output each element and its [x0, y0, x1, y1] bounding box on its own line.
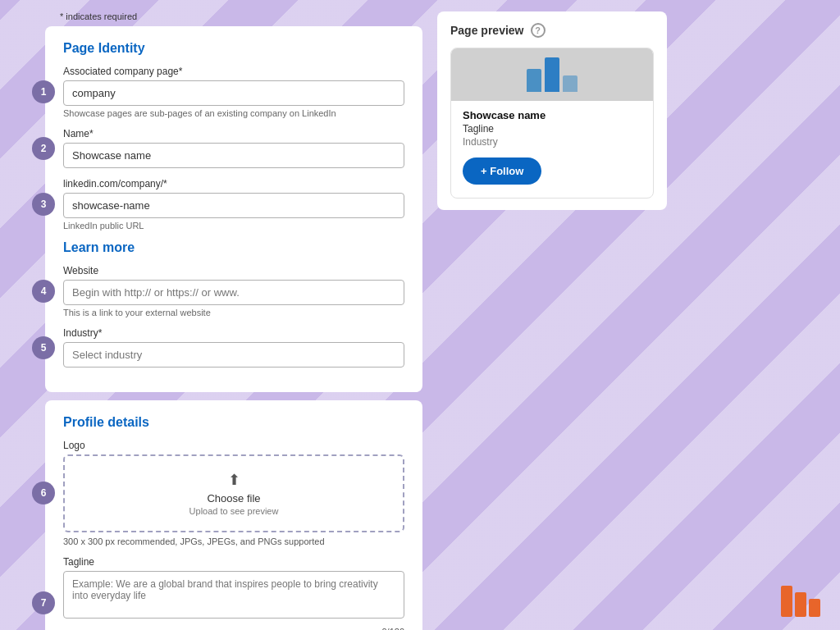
website-label: Website	[63, 265, 404, 276]
chart-bar-1	[527, 69, 541, 92]
page-identity-title: Page Identity	[63, 41, 404, 56]
profile-details-card: Profile details 6 Logo ⬆ Choose file Upl…	[45, 400, 422, 630]
website-hint: This is a link to your external website	[63, 308, 404, 317]
name-label: Name*	[63, 128, 404, 139]
name-field: 2 Name*	[63, 128, 404, 168]
upload-sublabel: Upload to see preview	[80, 506, 388, 516]
preview-company-name: Showcase name	[463, 109, 641, 121]
learn-more-title: Learn more	[63, 240, 404, 255]
logo-label: Logo	[63, 440, 404, 451]
upload-size-hint: 300 x 300 px recommended, JPGs, JPEGs, a…	[63, 536, 404, 546]
profile-details-title: Profile details	[63, 415, 404, 430]
name-input[interactable]	[63, 143, 404, 168]
bar-chart-icon	[520, 51, 584, 98]
industry-label: Industry*	[63, 327, 404, 339]
step-4: 4	[32, 280, 55, 303]
char-count: 0/120	[381, 627, 404, 630]
step-6: 6	[32, 482, 55, 504]
associated-company-label: Associated company page*	[63, 66, 404, 77]
preview-column: Page preview ? Showcase name Tagline Ind…	[437, 11, 815, 619]
follow-button[interactable]: + Follow	[463, 158, 541, 185]
preview-title: Page preview	[450, 24, 524, 37]
help-icon[interactable]: ?	[531, 23, 546, 38]
preview-inner-card: Showcase name Tagline Industry + Follow	[450, 48, 654, 199]
tagline-textarea[interactable]	[63, 571, 404, 619]
upload-icon: ⬆	[80, 471, 388, 489]
industry-input[interactable]	[63, 342, 404, 368]
website-field: 4 Website This is a link to your externa…	[63, 265, 404, 317]
preview-tagline-text: Tagline	[463, 123, 641, 135]
step-2: 2	[32, 137, 55, 160]
tagline-field: 7 Tagline 0/120 Use your tagline to brie…	[63, 556, 404, 630]
logo-field: 6 Logo ⬆ Choose file Upload to see previ…	[63, 440, 404, 546]
chart-bar-2	[545, 57, 559, 92]
associated-company-field: 1 Associated company page* Showcase page…	[63, 66, 404, 118]
url-field: 3 linkedin.com/company/* LinkedIn public…	[63, 178, 404, 231]
page-identity-card: Page Identity 1 Associated company page*…	[45, 26, 422, 392]
preview-info: Showcase name Tagline Industry	[451, 101, 653, 148]
chart-bar-3	[563, 75, 578, 92]
logo-upload-area[interactable]: ⬆ Choose file Upload to see preview	[63, 454, 404, 532]
website-input[interactable]	[63, 280, 404, 305]
upload-label: Choose file	[80, 492, 388, 504]
associated-company-input[interactable]	[63, 80, 404, 106]
url-input[interactable]	[63, 193, 404, 218]
url-hint: LinkedIn public URL	[63, 221, 404, 231]
required-note: * indicates required	[60, 11, 422, 21]
url-label: linkedin.com/company/*	[63, 178, 404, 189]
step-3: 3	[32, 193, 55, 216]
page-preview-card: Page preview ? Showcase name Tagline Ind…	[437, 11, 667, 210]
step-5: 5	[32, 336, 55, 359]
preview-banner	[451, 48, 653, 101]
tagline-label: Tagline	[63, 556, 404, 568]
step-7: 7	[32, 591, 55, 614]
associated-company-hint: Showcase pages are sub-pages of an exist…	[63, 108, 404, 118]
step-1: 1	[32, 80, 55, 103]
preview-industry-text: Industry	[463, 136, 641, 148]
preview-title-row: Page preview ?	[450, 23, 654, 38]
industry-field: 5 Industry*	[63, 327, 404, 368]
